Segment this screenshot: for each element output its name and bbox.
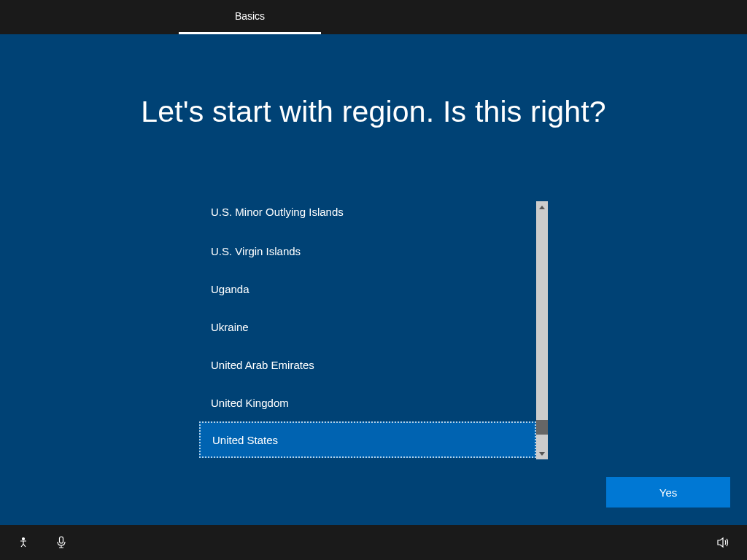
list-item[interactable]: Ukraine: [199, 308, 536, 346]
list-item[interactable]: U.S. Virgin Islands: [199, 232, 536, 270]
list-item-selected[interactable]: United States: [199, 421, 536, 458]
region-list[interactable]: U.S. Minor Outlying Islands U.S. Virgin …: [199, 201, 536, 459]
tab-basics[interactable]: Basics: [179, 0, 321, 34]
scroll-thumb[interactable]: [536, 420, 548, 435]
list-item[interactable]: United Kingdom: [199, 384, 536, 421]
page-heading: Let's start with region. Is this right?: [0, 95, 747, 129]
microphone-icon[interactable]: [50, 531, 73, 554]
svg-point-0: [23, 538, 25, 540]
svg-rect-1: [60, 537, 63, 543]
yes-button[interactable]: Yes: [606, 477, 730, 508]
top-bar: Basics: [0, 0, 747, 34]
list-item-label: U.S. Virgin Islands: [211, 245, 301, 257]
list-item-label: United Arab Emirates: [211, 359, 314, 371]
region-list-container: U.S. Minor Outlying Islands U.S. Virgin …: [199, 201, 548, 459]
volume-icon[interactable]: [712, 531, 735, 554]
scrollbar[interactable]: [536, 201, 548, 459]
scroll-down-icon[interactable]: [536, 448, 548, 459]
list-item-label: Ukraine: [211, 321, 249, 333]
bottom-bar: [0, 525, 747, 560]
list-item-label: Uganda: [211, 283, 249, 295]
list-item-label: United Kingdom: [211, 397, 289, 409]
accessibility-icon[interactable]: [12, 531, 35, 554]
list-item[interactable]: U.S. Minor Outlying Islands: [199, 201, 536, 232]
list-item-label: U.S. Minor Outlying Islands: [211, 206, 344, 218]
yes-button-label: Yes: [659, 486, 677, 499]
list-item[interactable]: Uganda: [199, 270, 536, 308]
main-content: Let's start with region. Is this right? …: [0, 34, 747, 525]
list-item-label: United States: [212, 434, 278, 446]
list-item[interactable]: United Arab Emirates: [199, 346, 536, 384]
tab-label: Basics: [235, 10, 265, 22]
scroll-up-icon[interactable]: [536, 201, 548, 213]
